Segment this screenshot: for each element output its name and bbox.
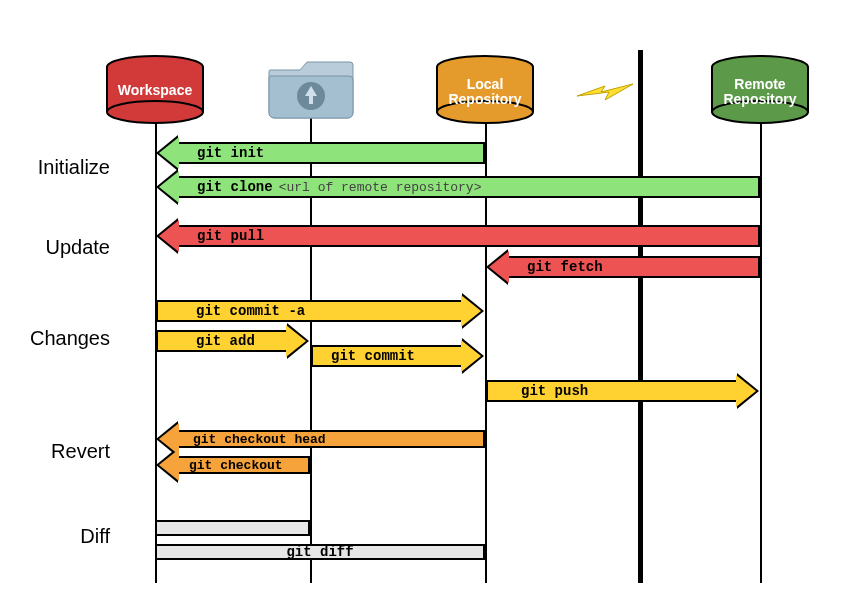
arrow-git-add: git add (156, 330, 288, 352)
cmd-git-add: git add (196, 333, 255, 349)
section-changes: Changes (0, 327, 110, 350)
lifeline-remote (760, 118, 762, 583)
remote-repo-cylinder: Remote Repository (710, 55, 810, 128)
workspace-cylinder: Workspace (105, 55, 205, 128)
svg-marker-11 (577, 84, 633, 100)
bar-diff-2: git diff (155, 544, 485, 560)
folder-icon (265, 52, 355, 122)
arrow-git-clone: git clone <url of remote repository> (177, 176, 760, 198)
arrow-git-commit-a: git commit -a (156, 300, 463, 322)
param-clone-url: <url of remote repository> (279, 180, 482, 195)
section-initialize: Initialize (0, 156, 110, 179)
lightning-icon (575, 78, 635, 112)
arrow-git-push: git push (486, 380, 738, 402)
section-revert: Revert (0, 440, 110, 463)
cmd-git-clone: git clone (197, 179, 273, 195)
cmd-git-checkout: git checkout (189, 458, 283, 473)
cmd-git-commit-a: git commit -a (196, 303, 305, 319)
cmd-git-init: git init (197, 145, 264, 161)
arrow-git-init: git init (177, 142, 485, 164)
network-boundary (638, 50, 643, 583)
cmd-git-diff: git diff (286, 544, 353, 560)
git-workflow-diagram: Workspace Local Repository (0, 0, 860, 613)
arrow-git-checkout-head: git checkout head (177, 430, 485, 448)
local-repo-label: Local Repository (435, 77, 535, 108)
svg-point-4 (107, 101, 203, 123)
cmd-git-commit: git commit (331, 348, 415, 364)
arrow-git-pull: git pull (177, 225, 760, 247)
local-repo-cylinder: Local Repository (435, 55, 535, 128)
bar-diff-1 (155, 520, 310, 536)
arrow-git-fetch: git fetch (507, 256, 760, 278)
remote-repo-label: Remote Repository (710, 77, 810, 108)
arrow-git-checkout: git checkout (177, 456, 310, 474)
workspace-label: Workspace (105, 83, 205, 98)
section-update: Update (0, 236, 110, 259)
cmd-git-push: git push (521, 383, 588, 399)
section-diff: Diff (0, 525, 110, 548)
cmd-git-checkout-head: git checkout head (193, 432, 326, 447)
cmd-git-fetch: git fetch (527, 259, 603, 275)
arrow-git-commit: git commit (311, 345, 463, 367)
cmd-git-pull: git pull (197, 228, 264, 244)
